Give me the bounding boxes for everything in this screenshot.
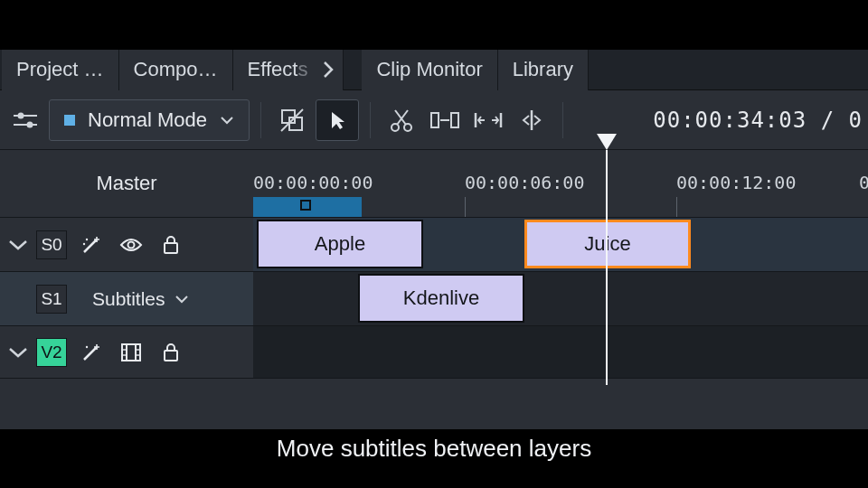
eye-icon[interactable] — [119, 233, 143, 257]
timeline-zone[interactable] — [253, 197, 362, 217]
svg-point-1 — [18, 112, 24, 118]
track-collapse-icon[interactable] — [0, 239, 36, 251]
mode-color-swatch — [64, 115, 75, 126]
svg-point-19 — [128, 241, 135, 248]
subtitle-clip-juice[interactable]: Juice — [524, 220, 691, 268]
timeline-settings-icon[interactable] — [5, 99, 45, 141]
lock-icon[interactable] — [159, 341, 183, 364]
svg-rect-20 — [165, 243, 177, 253]
svg-line-6 — [281, 109, 303, 131]
master-track-label[interactable]: Master — [0, 150, 253, 217]
tab-scroll-right[interactable] — [313, 50, 344, 90]
svg-point-18 — [83, 242, 85, 244]
ruler-tick: 00:00:12:00 — [676, 172, 796, 193]
timeline-tracks: S0 Apple Juice S1 Subtitles — [0, 218, 868, 379]
magic-wand-icon[interactable] — [80, 341, 103, 364]
app-window: Project … Compo… Effects Clip Monitor Li… — [0, 50, 868, 429]
track-badge[interactable]: V2 — [36, 338, 67, 367]
svg-rect-29 — [165, 351, 177, 361]
svg-point-3 — [27, 121, 33, 127]
track-s1[interactable]: S1 Subtitles Kdenlive — [0, 272, 868, 326]
slip-tool-icon[interactable] — [468, 99, 508, 141]
svg-point-17 — [86, 238, 88, 239]
track-compositing-icon[interactable] — [272, 99, 312, 141]
filmstrip-icon[interactable] — [119, 341, 143, 364]
timeline-ruler[interactable]: 00:00:00:00 00:00:06:00 00:00:12:00 0 — [253, 150, 868, 217]
edit-mode-select[interactable]: Normal Mode — [49, 99, 250, 141]
overlay-caption: Move subtitles between layers — [277, 429, 591, 463]
panel-tabs: Project … Compo… Effects Clip Monitor Li… — [0, 50, 868, 90]
zone-handle[interactable] — [300, 200, 311, 211]
spacer-tool-icon[interactable] — [425, 99, 465, 141]
timeline-timecode[interactable]: 00:00:34:03 / 0 — [653, 108, 863, 133]
svg-point-21 — [86, 345, 88, 347]
mode-label: Normal Mode — [88, 108, 207, 132]
svg-line-10 — [395, 110, 406, 125]
ruler-tick: 00:00:00:00 — [253, 172, 373, 193]
tab-library[interactable]: Library — [498, 50, 589, 90]
track-s0[interactable]: S0 Apple Juice — [0, 218, 868, 272]
tab-clip-monitor[interactable]: Clip Monitor — [362, 50, 497, 90]
tab-effects[interactable]: Effects — [233, 50, 314, 90]
ruler-tick: 0 — [859, 172, 868, 193]
magic-wand-icon[interactable] — [80, 233, 103, 257]
chevron-down-icon — [220, 115, 234, 126]
tab-project[interactable]: Project … — [2, 50, 119, 90]
track-badge[interactable]: S1 — [36, 285, 67, 314]
svg-rect-12 — [451, 113, 458, 127]
subtitle-clip-kdenlive[interactable]: Kdenlive — [358, 274, 524, 323]
svg-rect-22 — [122, 344, 140, 361]
svg-line-9 — [397, 110, 408, 125]
track-collapse-icon[interactable] — [0, 346, 36, 359]
playhead-handle[interactable] — [597, 134, 617, 150]
lock-icon[interactable] — [159, 233, 183, 257]
timeline-ruler-row: Master 00:00:00:00 00:00:06:00 00:00:12:… — [0, 150, 868, 218]
timeline-toolbar: Normal Mode 00:00:34:03 / 0 — [0, 90, 868, 150]
chevron-down-icon — [175, 294, 189, 305]
ruler-tick: 00:00:06:00 — [465, 172, 584, 193]
subtitles-dropdown[interactable]: Subtitles — [92, 288, 189, 310]
svg-rect-11 — [431, 113, 439, 127]
track-v2[interactable]: V2 — [0, 326, 868, 379]
ripple-tool-icon[interactable] — [512, 99, 552, 141]
tab-compositions[interactable]: Compo… — [119, 50, 233, 90]
playhead[interactable] — [606, 150, 608, 385]
subtitle-clip-apple[interactable]: Apple — [257, 220, 423, 268]
track-badge[interactable]: S0 — [36, 230, 67, 259]
selection-tool-button[interactable] — [316, 99, 359, 141]
razor-tool-icon[interactable] — [382, 99, 421, 141]
